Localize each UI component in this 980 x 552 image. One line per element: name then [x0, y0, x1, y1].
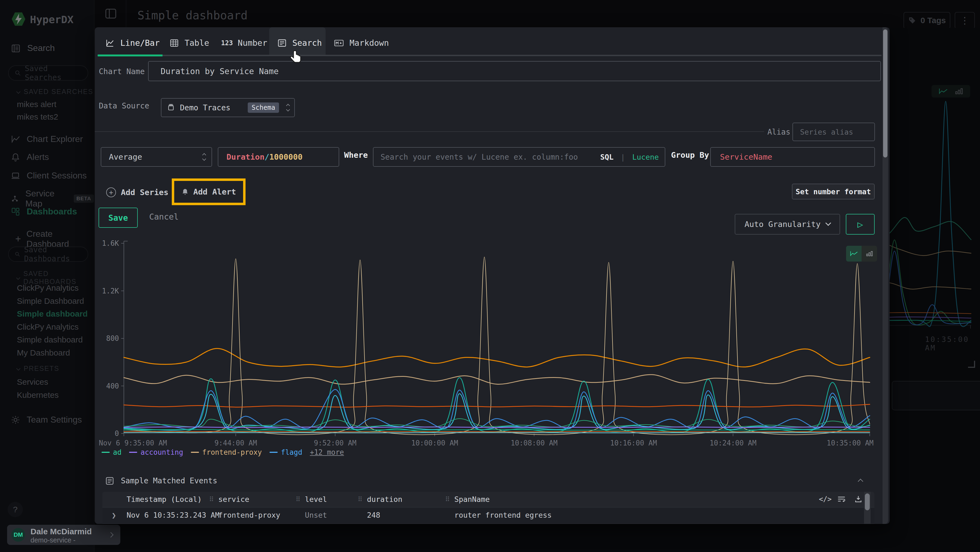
view-code-icon[interactable]: </>: [819, 495, 832, 503]
legend-item[interactable]: accounting: [129, 448, 183, 456]
table-cell: frontend-proxy: [218, 511, 280, 519]
column-header[interactable]: duration: [367, 495, 402, 504]
svg-text:1.6K: 1.6K: [102, 240, 119, 247]
set-number-format-button[interactable]: Set number format: [792, 183, 875, 199]
user-org: demo-service -: [30, 536, 75, 544]
alias-input[interactable]: Series alias: [792, 123, 875, 141]
events-list-icon: [106, 477, 114, 485]
avatar-initials: DM: [14, 531, 23, 538]
row-expand-icon[interactable]: ❯: [111, 511, 116, 520]
table-row[interactable]: ❯Nov 6 10:35:23.243 AMfrontend-proxyUnse…: [102, 523, 874, 524]
tab-label: Search: [293, 38, 322, 48]
table-cell: router frontend egress: [454, 511, 552, 519]
metric-expression-input[interactable]: Duration/1000000: [218, 147, 339, 167]
where-input[interactable]: Search your events w/ Lucene ex. column:…: [373, 147, 665, 167]
svg-text:10:24:00 AM: 10:24:00 AM: [710, 439, 757, 447]
column-header[interactable]: SpanName: [454, 495, 490, 504]
chart-editor-modal: Line/Bar Table 123 Number Search: [95, 27, 889, 524]
group-by-input[interactable]: ServiceName: [710, 147, 875, 167]
cancel-button[interactable]: Cancel: [149, 212, 178, 222]
tab-line-bar[interactable]: Line/Bar: [106, 38, 160, 48]
metric-field: Duration: [226, 152, 265, 161]
column-header[interactable]: service: [218, 495, 249, 504]
events-table-rows: ❯Nov 6 10:35:23.243 AMfrontend-proxyUnse…: [102, 507, 874, 524]
svg-text:400: 400: [106, 382, 119, 390]
svg-text:10:35:00 AM: 10:35:00 AM: [827, 439, 873, 447]
duration-chart-canvas[interactable]: 04008001.2K1.6KNov 6 9:35:00 AM9:44:00 A…: [95, 240, 879, 450]
select-updown-icon: [203, 154, 205, 160]
tab-search[interactable]: Search: [278, 38, 322, 48]
tab-table[interactable]: Table: [170, 38, 209, 48]
svg-text:Nov 6 9:35:00 AM: Nov 6 9:35:00 AM: [99, 439, 167, 447]
alias-label: Alias: [767, 128, 790, 137]
markdown-icon: [334, 39, 344, 47]
granularity-select[interactable]: Auto Granularity: [735, 214, 840, 235]
events-scrollbar-thumb[interactable]: [865, 493, 870, 510]
tab-markdown[interactable]: Markdown: [334, 38, 389, 48]
modal-scrollbar-thumb[interactable]: [883, 29, 888, 158]
legend-dash: [129, 452, 137, 453]
where-label: Where: [344, 150, 368, 160]
metric-divisor: 1000000: [269, 152, 302, 161]
set-number-format-label: Set number format: [796, 187, 871, 196]
metric-op: /: [265, 152, 269, 161]
chevron-right-icon: [108, 532, 113, 538]
table-cell: 248: [367, 511, 380, 519]
legend-label: accounting: [140, 448, 183, 456]
plus-circle-icon: +: [106, 187, 116, 197]
legend-label: frontend-proxy: [202, 448, 262, 456]
column-drag-icon[interactable]: ⠿: [209, 496, 214, 503]
events-section-header[interactable]: Sample Matched Events: [106, 476, 217, 485]
play-icon: ▷: [858, 219, 863, 230]
avatar: DM: [11, 528, 25, 542]
svg-text:9:44:00 AM: 9:44:00 AM: [215, 439, 257, 447]
svg-text:10:00:00 AM: 10:00:00 AM: [411, 439, 458, 447]
chart-name-input[interactable]: Duration by Service Name: [148, 61, 881, 81]
aggregation-value: Average: [109, 152, 142, 161]
svg-text:800: 800: [106, 334, 119, 343]
column-drag-icon[interactable]: ⠿: [445, 496, 450, 503]
legend-dash: [269, 452, 278, 453]
tab-number[interactable]: 123 Number: [221, 38, 267, 48]
svg-text:1.2K: 1.2K: [102, 287, 119, 295]
save-label: Save: [108, 213, 128, 223]
events-table: Timestamp (Local)⠿service⠿level⠿duration…: [102, 492, 874, 524]
data-source-select[interactable]: Demo Traces Schema: [161, 98, 295, 117]
column-header[interactable]: Timestamp (Local): [127, 495, 202, 504]
add-series-button[interactable]: + Add Series: [106, 187, 169, 197]
svg-text:9:52:00 AM: 9:52:00 AM: [314, 439, 356, 447]
run-chart-button[interactable]: ▷: [846, 214, 875, 235]
sql-toggle[interactable]: SQL: [600, 153, 614, 161]
legend-item[interactable]: flagd: [269, 448, 302, 456]
legend-dash: [191, 452, 199, 453]
pipe-divider: |: [620, 153, 625, 161]
legend-label: flagd: [281, 448, 302, 456]
legend-label: ad: [113, 448, 121, 456]
legend-item[interactable]: frontend-proxy: [191, 448, 262, 456]
tab-label: Markdown: [350, 38, 389, 48]
column-drag-icon[interactable]: ⠿: [296, 496, 301, 503]
svg-text:10:16:00 AM: 10:16:00 AM: [610, 439, 657, 447]
column-header[interactable]: level: [305, 495, 327, 504]
svg-text:10:08:00 AM: 10:08:00 AM: [511, 439, 557, 447]
data-source-value: Demo Traces: [180, 103, 230, 112]
table-cell: Nov 6 10:35:23.243 AM: [127, 511, 220, 519]
line-chart-icon: [106, 39, 115, 47]
save-button[interactable]: Save: [99, 207, 138, 228]
add-series-label: Add Series: [121, 188, 169, 197]
legend-more-link[interactable]: +12 more: [310, 448, 344, 456]
tab-label: Number: [238, 38, 267, 48]
aggregation-select[interactable]: Average: [101, 147, 212, 167]
lucene-toggle[interactable]: Lucene: [632, 153, 659, 161]
legend-item[interactable]: ad: [102, 448, 121, 456]
table-row[interactable]: ❯Nov 6 10:35:23.243 AMfrontend-proxyUnse…: [102, 507, 874, 523]
add-alert-highlight-box[interactable]: Add Alert: [172, 179, 245, 205]
database-icon: [167, 104, 175, 112]
collapse-section-icon[interactable]: [858, 479, 863, 484]
group-by-value: ServiceName: [720, 152, 772, 161]
download-icon[interactable]: [854, 495, 862, 503]
wrap-lines-icon[interactable]: [837, 496, 846, 503]
column-drag-icon[interactable]: ⠿: [358, 496, 363, 503]
events-title: Sample Matched Events: [121, 476, 217, 485]
user-card[interactable]: DM Dale McDiarmid demo-service -: [7, 525, 120, 545]
